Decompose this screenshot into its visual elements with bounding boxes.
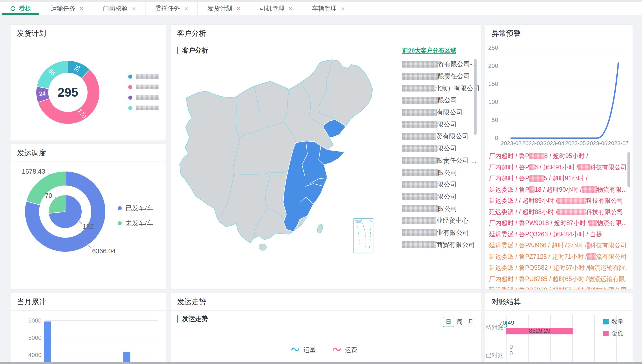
customer-suffix: 北京）有限公司 — [435, 84, 480, 93]
blurred-text — [529, 153, 544, 159]
tab-4[interactable]: 发货计划× — [198, 2, 250, 15]
alert-list-scrollbar[interactable] — [627, 152, 630, 187]
reconciliation-body: 待对账已对账70.498529.2900数量金额 — [485, 311, 633, 364]
alert-item[interactable]: 厂内超时 / 鲁P5 / 超时91小时 / — [489, 173, 627, 184]
alert-item[interactable]: 延迟委派 / 鲁PAJ966 / 超时72小时 / 科技有限公司 — [489, 240, 627, 251]
panel-month-total: 当月累计 600050004000 — [10, 293, 166, 364]
list-item[interactable]: 限公司 — [402, 191, 481, 203]
customer-suffix: 限公司 — [438, 204, 457, 213]
dashboard-page: 看板运输任务×门岗核验×委托任务×发货计划×司机管理×车辆管理× 发货计划 36… — [0, 0, 642, 364]
alert-item[interactable]: 延迟委派 / / 超时88小时 / 科技有限公司 — [489, 206, 627, 218]
alert-item[interactable]: 延迟委派 / 鲁PQ3263 / 超时84小时 / 自提 — [489, 229, 627, 240]
customer-suffix: 限公司 — [438, 168, 457, 177]
panel-header: 发货计划 — [11, 25, 166, 42]
blurred-name — [402, 133, 436, 140]
customer-list-scrollbar[interactable] — [474, 59, 477, 135]
alert-item[interactable]: 厂内超时 / 鲁PU8785 / 超时65小时 / 物流运输有限... — [489, 274, 627, 285]
hainan — [259, 244, 266, 250]
customer-suffix: 有限公司 — [437, 108, 463, 117]
alert-item[interactable]: 厂内超时 / 鲁P8 / 超时95小时 / — [489, 150, 627, 162]
period-button-0[interactable]: 日 — [443, 317, 454, 327]
list-item[interactable]: 限公司 — [402, 202, 481, 215]
period-button-1[interactable]: 周 — [454, 317, 465, 327]
alert-item[interactable]: 延迟委派 / / 超时89小时 / 科技有限公司 — [489, 195, 627, 206]
close-icon[interactable]: × — [237, 5, 240, 12]
wave-icon — [332, 346, 341, 354]
panel-dispatch: 发运调度 1678.43 70 192 6366.04 已发车/车未发车/车 — [10, 144, 166, 290]
panel-header: 客户分析 — [171, 25, 481, 42]
list-item[interactable]: 限公司 — [402, 178, 481, 191]
alert-item[interactable]: 延迟委派 / 鲁PQ5582 / 超时67小时 / 物流运输有限... — [489, 262, 627, 274]
list-item[interactable]: 限责任公司-... — [402, 155, 481, 167]
close-icon[interactable]: × — [184, 5, 188, 12]
trend-legend-item[interactable]: 运费 — [332, 346, 357, 354]
list-item[interactable]: 北京）有限公司 — [402, 82, 481, 94]
tab-dashboard[interactable]: 看板 — [0, 2, 41, 15]
svg-text:250: 250 — [488, 44, 498, 51]
svg-text:已对账: 已对账 — [486, 352, 504, 359]
customer-suffix: 商贸有限公司 — [436, 240, 475, 249]
month-total-bar-chart: 600050004000 — [11, 311, 166, 364]
alert-item[interactable]: 厂内超时 / 鲁PW9018 / 超时87小时 / 物流有限... — [489, 218, 627, 229]
tab-label: 发货计划 — [207, 4, 232, 13]
svg-text:100: 100 — [488, 99, 498, 105]
alert-text: 厂内超时 / 鲁PU8785 / 超时65小时 / — [489, 275, 588, 283]
blurred-text — [582, 186, 597, 193]
alert-text: 延迟委派 / / 超时88小时 / — [489, 208, 557, 216]
close-icon[interactable]: × — [132, 5, 136, 12]
customer-suffix: 业有限公司 — [437, 228, 469, 237]
list-item[interactable]: 限公司 — [402, 166, 481, 178]
list-item[interactable]: 限公司 — [402, 94, 481, 106]
tab-2[interactable]: 门岗核验× — [93, 2, 145, 15]
list-item[interactable]: 限公司 — [402, 118, 481, 130]
alert-text: 科技有限公司 — [590, 241, 627, 250]
list-item[interactable]: 贸有限公司 — [402, 130, 481, 142]
svg-text:0: 0 — [509, 343, 513, 350]
svg-text:2023-04: 2023-04 — [543, 140, 564, 146]
alert-list: 厂内超时 / 鲁P8 / 超时95小时 /厂内超时 / 鲁P6 / 超时91小时… — [489, 150, 627, 290]
list-item[interactable]: 限公司 — [402, 142, 481, 155]
china-map[interactable] — [173, 57, 394, 254]
trend-legend-item[interactable]: 运量 — [291, 346, 316, 354]
tab-1[interactable]: 运输任务× — [41, 2, 93, 15]
tab-3[interactable]: 委托任务× — [145, 2, 198, 15]
close-icon[interactable]: × — [341, 5, 345, 12]
alert-item[interactable]: 延迟委派 / 鲁P18 / 超时90小时 / 物流有限... — [489, 184, 627, 195]
blurred-name — [402, 217, 436, 224]
legend-label: 已发车/车 — [126, 204, 153, 212]
list-item[interactable]: 有限公司 — [402, 106, 481, 118]
panel-header: 发运调度 — [11, 144, 166, 162]
tab-5[interactable]: 司机管理× — [250, 2, 302, 15]
svg-text:0: 0 — [509, 350, 513, 357]
legend-dot — [128, 85, 132, 89]
svg-text:24: 24 — [39, 90, 46, 97]
period-button-2[interactable]: 月 — [465, 317, 476, 327]
alert-text: 科技有限公司 — [590, 163, 627, 172]
panel-customer-analysis: 客户分析 客户分析 前20大客户分布区域 — [170, 24, 481, 290]
alert-item[interactable]: 延迟委派 / 鲁PS7200 / 超时57小时 / 科技有限公司 — [489, 285, 627, 290]
alert-text: 厂内超时 / 鲁P — [489, 163, 529, 172]
list-item[interactable]: 资有限公司-... — [402, 58, 481, 70]
svg-text:2023-07: 2023-07 — [608, 140, 629, 146]
top20-customers-link[interactable]: 前20大客户分布区域 — [402, 47, 456, 55]
alert-text: 延迟委派 / 鲁PZ7128 / 超时71小时 / — [489, 253, 587, 261]
list-item[interactable]: 限责任公司 — [402, 70, 481, 82]
close-icon[interactable]: × — [80, 5, 84, 12]
alert-item[interactable]: 厂内超时 / 鲁P6 / 超时91小时 / 科技有限公司 — [489, 162, 627, 173]
blurred-label — [136, 85, 159, 89]
alert-item[interactable]: 延迟委派 / 鲁PZ7128 / 超时71小时 / 流有限公司 — [489, 251, 627, 262]
list-item[interactable]: 业经贸中心 — [402, 215, 481, 227]
close-icon[interactable]: × — [289, 5, 293, 12]
bottom-scrollbar-strip[interactable] — [0, 362, 642, 364]
panel-title: 发货计划 — [17, 29, 46, 38]
tab-6[interactable]: 车辆管理× — [302, 2, 355, 15]
list-item[interactable]: 业有限公司 — [402, 227, 481, 239]
blurred-name — [402, 61, 438, 68]
legend-dot — [128, 96, 132, 100]
svg-text:2023-03: 2023-03 — [522, 140, 543, 146]
list-item[interactable]: 商贸有限公司 — [402, 239, 481, 251]
dispatch-label-sent-amount: 6366.04 — [92, 247, 116, 255]
alert-text: 延迟委派 / / 超时89小时 / — [489, 197, 557, 205]
blurred-name — [402, 181, 437, 188]
svg-text:8529.29: 8529.29 — [529, 327, 550, 334]
